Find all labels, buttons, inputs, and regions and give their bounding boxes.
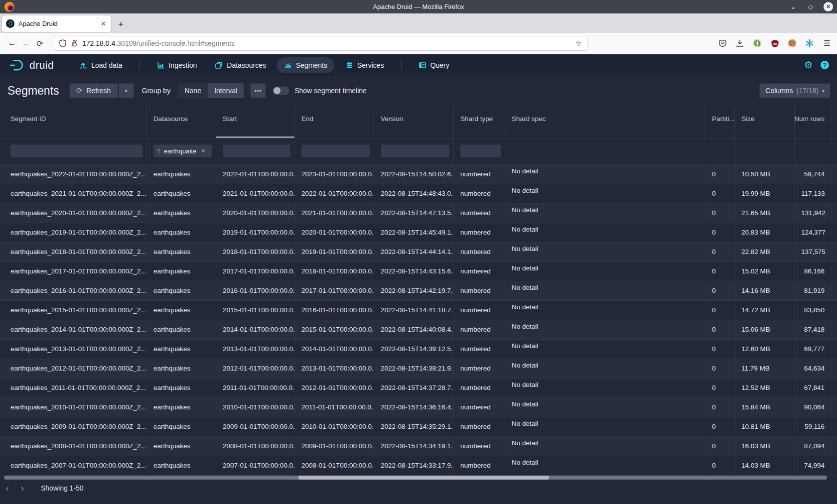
cell-version: 2022-08-15T14:47:13.5... [374, 204, 454, 223]
druid-logo[interactable]: druid [9, 59, 54, 72]
bookmark-star-icon[interactable]: ☆ [575, 39, 582, 48]
nav-item-datasources[interactable]: Datasources [208, 57, 273, 73]
table-row[interactable]: earthquakes_2008-01-01T00:00:00.000Z_2..… [0, 437, 837, 456]
nav-item-services[interactable]: Services [338, 57, 391, 73]
column-header-num-rows[interactable]: Num rows [795, 106, 832, 138]
downloads-icon[interactable] [735, 38, 745, 48]
cell-size: 16.03 MB [735, 437, 795, 456]
nav-item-query[interactable]: Query [412, 57, 456, 73]
cell-num-rows: 59,744 [795, 165, 832, 184]
cell-num-rows: 81,919 [795, 281, 832, 300]
nav-item-ingestion[interactable]: Ingestion [150, 57, 204, 73]
cell-shard-type: numbered [454, 456, 505, 475]
table-row[interactable]: earthquakes_2012-01-01T00:00:00.000Z_2..… [0, 359, 837, 378]
cell-segment-id: earthquakes_2009-01-01T00:00:00.000Z_2..… [4, 417, 147, 436]
column-header-shard-spec[interactable]: Shard spec [505, 106, 705, 138]
cell-start: 2013-01-01T00:00:00.0... [216, 340, 295, 359]
table-row[interactable]: earthquakes_2018-01-01T00:00:00.000Z_2..… [0, 243, 837, 262]
table-row[interactable]: earthquakes_2009-01-01T00:00:00.000Z_2..… [0, 417, 837, 437]
url-path: :30109/unified-console.html#segments [115, 39, 235, 47]
table-row[interactable]: earthquakes_2010-01-01T00:00:00.000Z_2..… [0, 398, 837, 417]
column-header-shard-type[interactable]: Shard type [454, 106, 505, 138]
nav-item-load-data[interactable]: Load data [72, 57, 129, 73]
browser-tab[interactable]: Apache Druid ✕ [2, 15, 111, 32]
showing-range-label: Showing 1-50 [41, 484, 84, 492]
table-row[interactable]: earthquakes_2011-01-01T00:00:00.000Z_2..… [0, 378, 837, 398]
tab-close-icon[interactable]: ✕ [100, 20, 107, 27]
cell-shard-type: numbered [454, 281, 505, 300]
forward-button[interactable]: → [19, 39, 33, 48]
window-close-button[interactable]: ✕ [824, 2, 833, 11]
cell-shard-spec: No detail [505, 301, 705, 320]
column-header-partition[interactable]: Partiti... [705, 106, 735, 138]
next-page-button[interactable]: › [15, 483, 30, 494]
segment-timeline-toggle[interactable] [273, 86, 289, 95]
window-maximize-button[interactable]: ◇ [806, 3, 815, 10]
new-tab-button[interactable]: + [118, 19, 124, 29]
url-bar[interactable]: 172.18.0.4:30109/unified-console.html#se… [54, 36, 587, 51]
cell-datasource: earthquakes [147, 184, 216, 203]
pocket-icon[interactable] [717, 38, 727, 48]
datasource-filter-tag[interactable]: ≡ earthquake ✕ [157, 147, 206, 155]
filter-tag-remove-icon[interactable]: ✕ [201, 147, 206, 154]
filter-input-start[interactable] [222, 144, 291, 158]
cell-version: 2022-08-15T14:41:18.7... [374, 301, 454, 320]
column-header-segment-id[interactable]: Segment ID [4, 106, 147, 138]
column-header-end[interactable]: End [295, 106, 374, 138]
horizontal-scrollbar-thumb[interactable] [298, 476, 549, 480]
table-row[interactable]: earthquakes_2021-01-01T00:00:00.000Z_2..… [0, 184, 837, 204]
table-row[interactable]: earthquakes_2015-01-01T00:00:00.000Z_2..… [0, 301, 837, 320]
back-button[interactable]: ← [5, 39, 19, 48]
cell-datasource: earthquakes [147, 165, 216, 184]
refresh-dropdown-button[interactable]: ▾ [119, 83, 134, 98]
filter-input-datasource[interactable]: ≡ earthquake ✕ [153, 144, 212, 158]
table-row[interactable]: earthquakes_2020-01-01T00:00:00.000Z_2..… [0, 204, 837, 223]
settings-gear-icon[interactable]: ⚙ [804, 60, 813, 70]
column-header-datasource[interactable]: Datasource [147, 106, 216, 138]
group-by-interval-button[interactable]: Interval [208, 83, 244, 98]
druid-favicon-icon [6, 19, 14, 28]
columns-button[interactable]: Columns (17/18) ▾ [759, 83, 831, 98]
shield-icon[interactable] [59, 39, 66, 47]
table-row[interactable]: earthquakes_2013-01-01T00:00:00.000Z_2..… [0, 340, 837, 359]
filter-input-segment-id[interactable] [10, 144, 143, 158]
column-header-start[interactable]: Start [216, 106, 295, 138]
cell-size: 12.52 MB [735, 378, 795, 397]
reload-button[interactable]: ⟳ [33, 39, 47, 48]
table-filter-row: ≡ earthquake ✕ [0, 138, 837, 165]
table-row[interactable]: earthquakes_2017-01-01T00:00:00.000Z_2..… [0, 262, 837, 281]
help-icon[interactable]: ? [821, 61, 829, 69]
table-row[interactable]: earthquakes_2022-01-01T00:00:00.000Z_2..… [0, 165, 837, 184]
lock-insecure-icon[interactable] [71, 39, 78, 47]
cookie-extension-icon[interactable] [787, 38, 797, 48]
privacy-badger-extension-icon[interactable] [752, 38, 762, 48]
group-by-none-button[interactable]: None [178, 83, 208, 98]
filter-input-version[interactable] [380, 144, 450, 158]
ublock-origin-extension-icon[interactable]: UO [770, 38, 780, 48]
column-header-version[interactable]: Version [374, 106, 454, 138]
url-text[interactable]: 172.18.0.4:30109/unified-console.html#se… [82, 39, 235, 47]
cell-shard-spec: No detail [505, 184, 705, 203]
refresh-button[interactable]: ⟳ Refresh [69, 83, 118, 98]
cell-start: 2022-01-01T00:00:00.0... [216, 165, 295, 184]
toggle-knob [274, 87, 280, 94]
filter-input-shard-type[interactable] [460, 144, 501, 158]
table-row[interactable]: earthquakes_2014-01-01T00:00:00.000Z_2..… [0, 320, 837, 340]
filter-input-end[interactable] [301, 144, 370, 158]
services-icon [345, 61, 353, 69]
window-minimize-button[interactable]: ⌄ [789, 3, 798, 10]
nav-item-segments[interactable]: Segments [277, 57, 334, 73]
column-header-size[interactable]: Size [735, 106, 795, 138]
table-row[interactable]: earthquakes_2016-01-01T00:00:00.000Z_2..… [0, 281, 837, 301]
cell-start: 2008-01-01T00:00:00.0... [216, 437, 295, 456]
menu-hamburger-icon[interactable]: ☰ [822, 38, 832, 48]
multi-account-containers-extension-icon[interactable] [805, 38, 815, 48]
table-row[interactable]: earthquakes_2019-01-01T00:00:00.000Z_2..… [0, 223, 837, 243]
more-options-button[interactable]: ••• [250, 83, 266, 98]
previous-page-button[interactable]: ‹ [0, 483, 15, 494]
table-row[interactable]: earthquakes_2007-01-01T00:00:00.000Z_2..… [0, 456, 837, 476]
cell-partition: 0 [705, 301, 735, 320]
cell-shard-type: numbered [454, 204, 505, 223]
cell-start: 2018-01-01T00:00:00.0... [216, 243, 295, 261]
cell-partition: 0 [705, 320, 735, 339]
